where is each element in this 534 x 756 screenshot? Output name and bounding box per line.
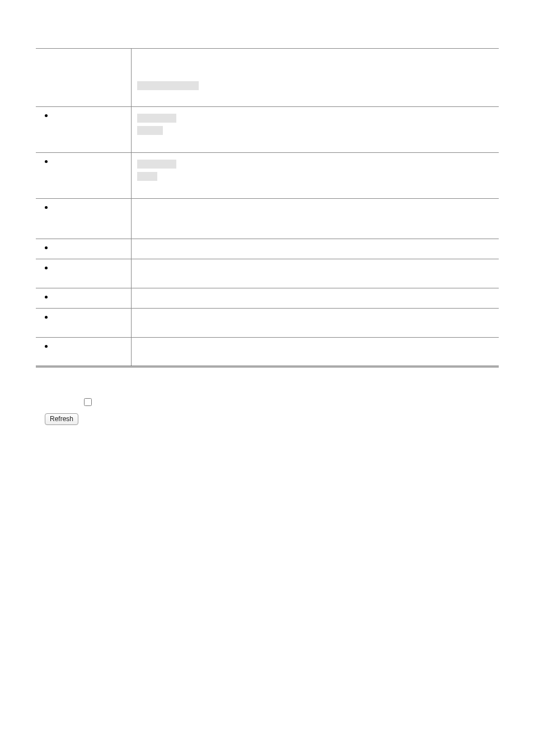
table-cell-right [131,259,499,288]
table-cell-right [131,239,499,259]
table-cell-right [131,288,499,309]
table-row [36,199,499,239]
table-row [36,338,499,367]
table-cell-right [131,338,499,367]
table-cell-left [36,338,131,367]
bullet-icon [45,296,48,298]
table-cell-left [36,309,131,338]
placeholder-text [137,81,199,90]
table-cell-right [131,153,499,199]
option-checkbox[interactable] [84,398,92,406]
table-cell-right [131,309,499,338]
table-cell-left [36,153,131,199]
table-row [36,49,499,107]
table-row [36,288,499,309]
table-row [36,259,499,288]
checkbox-row [45,396,499,408]
controls-area: Refresh [45,396,499,425]
table-cell-right [131,49,499,107]
table-cell-left [36,259,131,288]
placeholder-text [137,114,176,123]
placeholder-text [137,172,157,181]
bullet-icon [45,345,48,348]
document-page: Refresh [36,48,499,425]
table-row [36,239,499,259]
bullet-icon [45,114,48,117]
placeholder-text [137,126,163,135]
table-row [36,153,499,199]
bullet-icon [45,160,48,163]
refresh-button[interactable]: Refresh [45,413,78,425]
table-row [36,107,499,153]
table-cell-right [131,199,499,239]
placeholder-text [137,160,176,169]
table-cell-left [36,107,131,153]
table-cell-left [36,239,131,259]
bullet-icon [45,316,48,319]
bullet-icon [45,246,48,249]
bullet-icon [45,267,48,269]
table-row [36,309,499,338]
definition-table [36,48,499,367]
table-cell-left [36,288,131,309]
table-cell-right [131,107,499,153]
table-cell-left [36,49,131,107]
bullet-icon [45,206,48,209]
table-cell-left [36,199,131,239]
